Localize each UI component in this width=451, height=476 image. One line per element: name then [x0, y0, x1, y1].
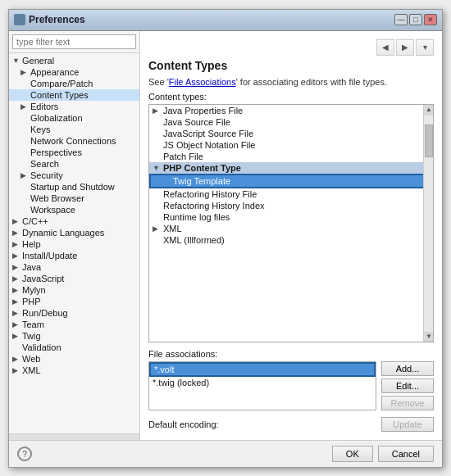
chevron-right-icon: ▶	[12, 263, 20, 271]
navigation-toolbar: ◀ ▶ ▾	[148, 39, 434, 56]
chevron-down-icon: ▼	[153, 164, 161, 172]
ct-item-refactoring-history[interactable]: Refactoring History File	[149, 188, 433, 200]
file-associations-label: File associations:	[148, 349, 434, 359]
maximize-button[interactable]: □	[409, 14, 422, 25]
content-types-scrollbar[interactable]: ▲ ▼	[423, 105, 433, 342]
sidebar-item-xml[interactable]: ▶ XML	[9, 365, 139, 376]
sidebar-item-install-update[interactable]: ▶ Install/Update	[9, 250, 139, 261]
sidebar-item-java[interactable]: ▶ Java	[9, 261, 139, 273]
search-box	[9, 31, 139, 53]
sidebar-item-team[interactable]: ▶ Team	[9, 319, 139, 330]
chevron-right-icon: ▶	[12, 217, 20, 225]
file-associations-row: *.volt *.twig (locked) Add... Edit... Re…	[148, 361, 434, 410]
preferences-window: Preferences — □ ✕ ▼ General ▶ Appearance	[8, 9, 443, 468]
chevron-right-icon: ▶	[153, 224, 161, 233]
chevron-right-icon: ▶	[20, 102, 29, 111]
sidebar-item-perspectives[interactable]: Perspectives	[9, 147, 139, 158]
chevron-right-icon: ▶	[12, 286, 20, 294]
fa-item-volt[interactable]: *.volt	[149, 362, 376, 377]
dropdown-button[interactable]: ▾	[416, 39, 434, 56]
ct-item-php-content[interactable]: ▼ PHP Content Type	[149, 162, 433, 174]
sidebar-item-startup-shutdown[interactable]: Startup and Shutdow	[9, 181, 139, 193]
sidebar-item-cpp[interactable]: ▶ C/C++	[9, 215, 139, 227]
ct-item-js-source[interactable]: JavaScript Source File	[149, 128, 433, 139]
sidebar-item-web[interactable]: ▶ Web	[9, 353, 139, 365]
ok-button[interactable]: OK	[332, 446, 373, 462]
scrollbar-down-arrow[interactable]: ▼	[424, 332, 434, 342]
sidebar-item-workspace[interactable]: Workspace	[9, 204, 139, 215]
sidebar-horizontal-scrollbar[interactable]	[9, 433, 139, 440]
panel-description: See 'File Associations' for associating …	[148, 77, 434, 87]
cancel-button[interactable]: Cancel	[378, 446, 434, 462]
close-button[interactable]: ✕	[424, 14, 437, 25]
sidebar-item-appearance[interactable]: ▶ Appearance	[9, 66, 139, 78]
sidebar-item-javascript[interactable]: ▶ JavaScript	[9, 273, 139, 284]
help-button[interactable]: ?	[17, 447, 32, 461]
bottom-buttons: OK Cancel	[332, 446, 434, 462]
forward-button[interactable]: ▶	[396, 39, 414, 56]
sidebar-item-twig[interactable]: ▶ Twig	[9, 330, 139, 342]
sidebar: ▼ General ▶ Appearance Compare/Patch Con…	[9, 31, 140, 440]
page-title: Content Types	[148, 59, 434, 72]
sidebar-item-web-browser[interactable]: Web Browser	[9, 193, 139, 204]
sidebar-item-validation[interactable]: Validation	[9, 342, 139, 353]
ct-item-runtime-log[interactable]: Runtime log files	[149, 211, 433, 223]
chevron-right-icon: ▶	[12, 366, 20, 374]
update-button[interactable]: Update	[381, 417, 434, 432]
sidebar-item-editors[interactable]: ▶ Editors	[9, 101, 139, 112]
chevron-right-icon: ▶	[12, 309, 20, 317]
sidebar-item-security[interactable]: ▶ Security	[9, 170, 139, 181]
sidebar-item-globalization[interactable]: Globalization	[9, 112, 139, 124]
chevron-right-icon: ▶	[12, 297, 20, 306]
content-types-label: Content types:	[148, 92, 434, 102]
ct-item-xml-illformed[interactable]: XML (Illformed)	[149, 234, 433, 246]
file-associations-link[interactable]: File Associations	[169, 77, 236, 87]
remove-button[interactable]: Remove	[381, 396, 434, 410]
ct-item-xml[interactable]: ▶ XML	[149, 223, 433, 234]
ct-item-java-props[interactable]: ▶ Java Properties File	[149, 105, 433, 116]
sidebar-item-run-debug[interactable]: ▶ Run/Debug	[9, 307, 139, 319]
chevron-right-icon: ▶	[12, 274, 20, 283]
file-associations-list[interactable]: *.volt *.twig (locked)	[148, 361, 376, 410]
sidebar-item-search[interactable]: Search	[9, 158, 139, 170]
sidebar-item-mylyn[interactable]: ▶ Mylyn	[9, 284, 139, 296]
ct-item-js-object[interactable]: JS Object Notation File	[149, 139, 433, 151]
encoding-label: Default encoding:	[148, 419, 219, 429]
window-title: Preferences	[14, 14, 85, 25]
encoding-row: Default encoding: Update	[148, 417, 434, 432]
sidebar-item-php[interactable]: ▶ PHP	[9, 296, 139, 307]
scrollbar-thumb[interactable]	[425, 125, 433, 157]
chevron-right-icon: ▶	[20, 171, 29, 179]
sidebar-item-network-connections[interactable]: Network Connections	[9, 135, 139, 147]
main-panel: ◀ ▶ ▾ Content Types See 'File Associatio…	[140, 31, 442, 440]
sidebar-item-keys[interactable]: Keys	[9, 124, 139, 135]
ct-item-patch-file[interactable]: Patch File	[149, 151, 433, 162]
fa-item-twig-locked[interactable]: *.twig (locked)	[149, 377, 376, 388]
sidebar-item-dynamic-languages[interactable]: ▶ Dynamic Languages	[9, 227, 139, 238]
chevron-right-icon: ▶	[12, 332, 20, 340]
back-button[interactable]: ◀	[376, 39, 394, 56]
bottom-bar: ? OK Cancel	[9, 440, 442, 467]
chevron-right-icon: ▶	[20, 68, 29, 76]
ct-item-twig-template[interactable]: Twig Template	[149, 174, 433, 188]
scrollbar-up-arrow[interactable]: ▲	[424, 105, 434, 115]
add-button[interactable]: Add...	[381, 361, 434, 376]
file-associations-buttons: Add... Edit... Remove	[381, 361, 434, 410]
tree: ▼ General ▶ Appearance Compare/Patch Con…	[9, 53, 139, 433]
chevron-down-icon: ▼	[12, 57, 20, 65]
edit-button[interactable]: Edit...	[381, 379, 434, 393]
search-input[interactable]	[12, 34, 136, 49]
main-content: ▼ General ▶ Appearance Compare/Patch Con…	[9, 31, 442, 440]
window-controls[interactable]: — □ ✕	[394, 14, 437, 25]
minimize-button[interactable]: —	[394, 14, 408, 25]
sidebar-item-compare-patch[interactable]: Compare/Patch	[9, 78, 139, 89]
sidebar-item-help[interactable]: ▶ Help	[9, 238, 139, 250]
sidebar-item-general[interactable]: ▼ General	[9, 55, 139, 66]
chevron-right-icon: ▶	[12, 355, 20, 363]
content-types-list[interactable]: ▶ Java Properties File Java Source File …	[148, 104, 434, 342]
ct-item-refactoring-index[interactable]: Refactoring History Index	[149, 200, 433, 211]
ct-item-java-source[interactable]: Java Source File	[149, 116, 433, 128]
chevron-right-icon: ▶	[12, 320, 20, 329]
sidebar-item-content-types[interactable]: Content Types	[9, 89, 139, 101]
chevron-right-icon: ▶	[12, 240, 20, 248]
